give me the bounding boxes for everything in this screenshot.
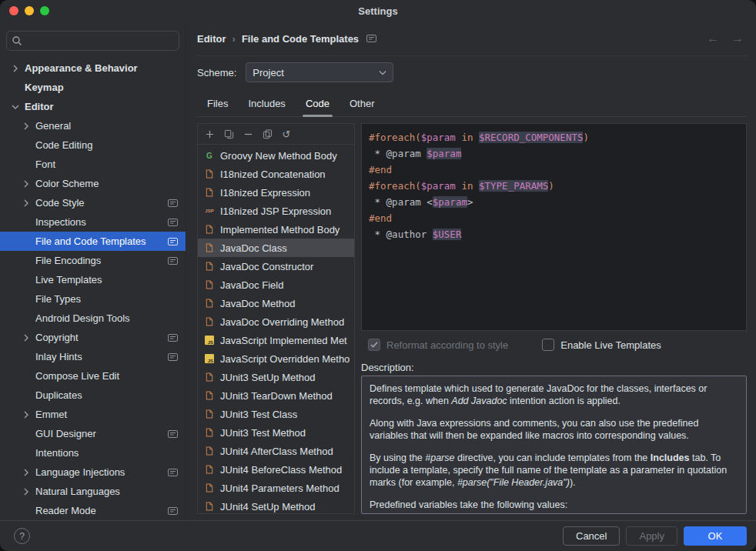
chevron-down-icon: [379, 70, 386, 75]
sidebar-item-label: Android Design Tools: [35, 312, 178, 324]
breadcrumb-editor[interactable]: Editor: [197, 33, 226, 45]
template-item-junit4-beforeclass-method[interactable]: JUnit4 BeforeClass Method: [198, 460, 354, 479]
scheme-dropdown[interactable]: Project: [246, 62, 393, 82]
sidebar-item-file-encodings[interactable]: File Encodings: [0, 251, 186, 270]
apply-button[interactable]: Apply: [626, 526, 677, 546]
template-file-icon: [203, 371, 216, 383]
template-item-i18nized-jsp-expression[interactable]: JSPI18nized JSP Expression: [198, 202, 354, 220]
template-item-label: JavaDoc Overriding Method: [220, 316, 344, 328]
template-item-label: JUnit4 BeforeClass Method: [220, 464, 342, 476]
template-item-groovy-new-method-body[interactable]: GGroovy New Method Body: [198, 146, 354, 165]
sidebar-item-file-and-code-templates[interactable]: File and Code Templates: [0, 232, 186, 251]
copy-template-button[interactable]: [220, 126, 237, 142]
sidebar-item-gui-designer[interactable]: GUI Designer: [0, 424, 186, 443]
sidebar-item-copyright[interactable]: Copyright: [0, 328, 186, 347]
sidebar-item-appearance-behavior[interactable]: Appearance & Behavior: [0, 58, 186, 78]
add-template-button[interactable]: [201, 126, 218, 142]
checkbox-checked-icon: [368, 339, 380, 351]
minimize-window-button[interactable]: [25, 6, 34, 15]
description-text[interactable]: Defines template which used to generate …: [361, 376, 747, 514]
enable-live-templates-checkbox[interactable]: Enable Live Templates: [542, 339, 661, 351]
code-line: #foreach($param in $TYPE_PARAMS): [369, 178, 739, 194]
back-icon[interactable]: ←: [707, 32, 719, 45]
sidebar-item-intentions[interactable]: Intentions: [0, 443, 186, 463]
template-item-label: JUnit3 Test Method: [220, 427, 306, 439]
sidebar-item-natural-languages[interactable]: Natural Languages: [0, 482, 186, 501]
sidebar-item-inlay-hints[interactable]: Inlay Hints: [0, 347, 186, 366]
forward-icon[interactable]: →: [731, 32, 744, 45]
remove-template-button[interactable]: [239, 126, 256, 142]
scheme-row: Scheme: Project: [197, 56, 747, 88]
description-paragraph: Defines template which used to generate …: [370, 382, 738, 407]
help-button[interactable]: ?: [14, 528, 30, 544]
sidebar-item-compose-live-edit[interactable]: Compose Live Edit: [0, 366, 186, 386]
template-item-label: JUnit3 SetUp Method: [220, 372, 316, 383]
template-editor[interactable]: #foreach($param in $RECORD_COMPONENTS) *…: [361, 123, 747, 331]
template-file-icon: [203, 297, 216, 309]
zoom-window-button[interactable]: [40, 6, 49, 15]
template-item-javadoc-class[interactable]: JavaDoc Class: [198, 239, 354, 257]
template-file-icon: [203, 463, 216, 476]
sidebar-item-reader-mode[interactable]: Reader Mode: [0, 501, 186, 520]
settings-search-box[interactable]: [6, 31, 179, 51]
sidebar-item-code-style[interactable]: Code Style: [0, 193, 186, 212]
sidebar-item-file-types[interactable]: File Types: [0, 289, 186, 309]
template-item-junit4-afterclass-method[interactable]: JUnit4 AfterClass Method: [198, 442, 354, 460]
sidebar-item-label: File Types: [35, 293, 178, 305]
sidebar-item-color-scheme[interactable]: Color Scheme: [0, 174, 186, 193]
template-item-javascript-overridden-metho[interactable]: JSJavaScript Overridden Metho: [198, 349, 354, 368]
chevron-right-icon: [22, 411, 31, 419]
template-file-icon: [203, 168, 216, 180]
sidebar-item-inspections[interactable]: Inspections: [0, 212, 186, 232]
sidebar-item-keymap[interactable]: Keymap: [0, 78, 186, 97]
js-file-icon: JS: [203, 352, 216, 365]
reformat-checkbox-label: Reformat according to style: [386, 339, 508, 351]
template-item-javadoc-field[interactable]: JavaDoc Field: [198, 276, 354, 294]
duplicate-template-button[interactable]: [259, 126, 276, 142]
sidebar-item-font[interactable]: Font: [0, 155, 186, 174]
search-icon: [12, 35, 22, 46]
template-item-i18nized-expression[interactable]: I18nized Expression: [198, 183, 354, 202]
close-window-button[interactable]: [9, 6, 18, 15]
dialog-body: Appearance & BehaviorKeymapEditorGeneral…: [0, 22, 756, 520]
template-item-junit3-teardown-method[interactable]: JUnit3 TearDown Method: [198, 386, 354, 405]
sidebar-item-label: Keymap: [25, 82, 178, 93]
sidebar-item-duplicates[interactable]: Duplicates: [0, 386, 186, 405]
chevron-right-icon: [22, 122, 31, 130]
template-item-junit3-setup-method[interactable]: JUnit3 SetUp Method: [198, 368, 354, 386]
tab-code[interactable]: Code: [296, 98, 340, 116]
sidebar-item-general[interactable]: General: [0, 116, 186, 135]
code-line: #foreach($param in $RECORD_COMPONENTS): [369, 129, 739, 145]
sidebar-item-emmet[interactable]: Emmet: [0, 405, 186, 424]
template-item-javadoc-constructor[interactable]: JavaDoc Constructor: [198, 257, 354, 276]
settings-search-input[interactable]: [27, 35, 174, 48]
jsp-file-icon: JSP: [203, 205, 216, 217]
sidebar-item-code-editing[interactable]: Code Editing: [0, 135, 186, 155]
reset-to-default-button[interactable]: ↺: [278, 126, 295, 142]
reformat-checkbox[interactable]: Reformat according to style: [368, 339, 508, 351]
cancel-button[interactable]: Cancel: [563, 526, 620, 546]
template-item-junit3-test-method[interactable]: JUnit3 Test Method: [198, 423, 354, 442]
breadcrumb: Editor › File and Code Templates ← →: [197, 22, 747, 56]
template-item-javascript-implemented-met[interactable]: JSJavaScript Implemented Met: [198, 331, 354, 349]
template-item-javadoc-method[interactable]: JavaDoc Method: [198, 294, 354, 312]
sidebar-item-language-injections[interactable]: Language Injections: [0, 463, 186, 482]
template-item-javadoc-overriding-method[interactable]: JavaDoc Overriding Method: [198, 312, 354, 331]
tab-other[interactable]: Other: [340, 98, 385, 116]
breadcrumb-separator: ›: [232, 33, 236, 45]
sidebar-item-label: General: [35, 120, 178, 132]
ok-button[interactable]: OK: [684, 526, 747, 546]
template-item-junit4-setup-method[interactable]: JUnit4 SetUp Method: [198, 497, 354, 513]
template-item-label: JavaDoc Method: [220, 298, 296, 309]
template-item-junit4-parameters-method[interactable]: JUnit4 Parameters Method: [198, 479, 354, 497]
template-item-implemented-method-body[interactable]: Implemented Method Body: [198, 220, 354, 239]
sidebar-item-android-design-tools[interactable]: Android Design Tools: [0, 309, 186, 328]
template-item-junit3-test-class[interactable]: JUnit3 Test Class: [198, 405, 354, 423]
tab-files[interactable]: Files: [197, 98, 238, 116]
sidebar-item-label: Inspections: [35, 216, 163, 228]
sidebar-item-editor[interactable]: Editor: [0, 97, 186, 116]
sidebar-item-live-templates[interactable]: Live Templates: [0, 270, 186, 289]
tab-includes[interactable]: Includes: [238, 98, 295, 116]
template-item-i18nized-concatenation[interactable]: I18nized Concatenation: [198, 165, 354, 183]
template-item-label: JUnit4 SetUp Method: [220, 501, 316, 513]
